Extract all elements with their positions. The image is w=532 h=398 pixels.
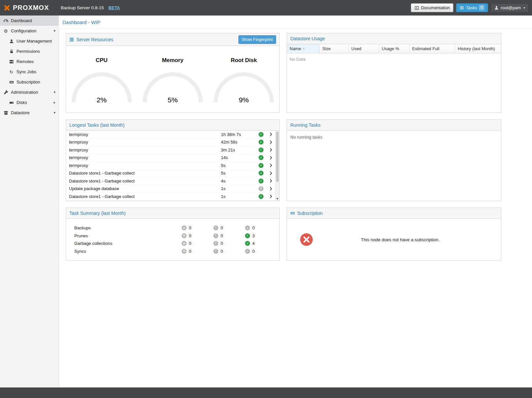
subscription-panel: Subscription This node does not have a s… bbox=[287, 208, 501, 261]
error-count-cell: 0 bbox=[182, 233, 213, 238]
tasks-count-badge: 0 bbox=[479, 5, 484, 11]
task-summary-row: Backups 0 0 bbox=[66, 224, 279, 232]
gauges-row: CPU 2% Me bbox=[66, 46, 279, 105]
task-status-icon bbox=[259, 179, 264, 183]
sidebar-item-label: Administration bbox=[11, 90, 38, 95]
chevron-right-icon[interactable] bbox=[270, 194, 273, 198]
task-list-icon bbox=[460, 6, 464, 10]
task-duration: 5s bbox=[221, 163, 259, 168]
column-header-size[interactable]: Size bbox=[320, 44, 349, 53]
column-header-usage[interactable]: Usage % bbox=[379, 44, 409, 53]
sidebar-item-user-management[interactable]: User Management bbox=[0, 36, 58, 46]
sidebar-item-sync-jobs[interactable]: ↻ Sync Jobs bbox=[0, 67, 58, 77]
warning-circle-icon bbox=[213, 225, 218, 230]
gauge-label: Memory bbox=[137, 57, 208, 64]
chevron-right-icon[interactable] bbox=[270, 171, 273, 175]
task-status-icon bbox=[259, 132, 264, 137]
chevron-down-icon: ▾ bbox=[523, 6, 525, 10]
scrollbar-thumb[interactable] bbox=[276, 132, 279, 182]
warning-count: 0 bbox=[221, 225, 223, 230]
task-duration: 42m 58s bbox=[221, 140, 259, 145]
ok-count-cell: 3 bbox=[245, 233, 277, 238]
task-row[interactable]: Datastore store1 - Garbage collect 5s bbox=[66, 170, 275, 178]
error-count: 0 bbox=[189, 249, 191, 254]
tasks-button[interactable]: Tasks 0 bbox=[456, 3, 488, 12]
task-row[interactable]: termproxy 1h 38m 7s bbox=[66, 131, 275, 139]
task-row[interactable]: Datastore store1 - Garbage collect 4s bbox=[66, 177, 275, 185]
task-status-icon bbox=[259, 163, 264, 168]
column-header-history[interactable]: History (last Month) bbox=[455, 44, 501, 53]
ok-count: 0 bbox=[252, 225, 255, 230]
sidebar-item-label: Datastore bbox=[11, 110, 29, 115]
column-header-used[interactable]: Used bbox=[349, 44, 379, 53]
bottom-bar bbox=[0, 387, 532, 398]
column-header-name[interactable]: Name ↑ bbox=[287, 44, 320, 53]
main-content: Dashboard - WIP Server Resources bbox=[59, 16, 532, 387]
ticket-icon bbox=[9, 80, 14, 84]
chevron-right-icon[interactable] bbox=[270, 187, 273, 191]
column-header-estimated-full[interactable]: Estimated Full bbox=[409, 44, 455, 53]
task-name: termproxy bbox=[69, 132, 221, 137]
datastore-table-header: Name ↑ Size Used Usage % Estimated Full … bbox=[287, 44, 501, 53]
task-row[interactable]: termproxy 14s bbox=[66, 154, 275, 162]
gauge-value: 2% bbox=[70, 96, 133, 104]
task-name: Datastore store1 - Garbage collect bbox=[69, 194, 221, 199]
scroll-down-arrow-icon[interactable] bbox=[276, 198, 278, 200]
error-count: 0 bbox=[189, 233, 191, 238]
chevron-right-icon[interactable] bbox=[270, 132, 273, 136]
chevron-down-icon: ▾ bbox=[53, 90, 55, 94]
product-version: Backup Server 0.8-15 bbox=[61, 5, 104, 10]
sidebar-item-datastore[interactable]: Datastore ▾ bbox=[0, 108, 58, 118]
user-menu-button[interactable]: root@pam ▾ bbox=[491, 3, 529, 12]
sidebar-item-administration[interactable]: Administration ▾ bbox=[0, 87, 58, 97]
resources-icon bbox=[69, 37, 74, 42]
task-name: Datastore store1 - Garbage collect bbox=[69, 179, 221, 183]
panel-title: Task Summary (last Month) bbox=[69, 211, 125, 216]
no-subscription-icon bbox=[300, 233, 313, 246]
user-icon bbox=[494, 6, 499, 10]
sidebar-item-permissions[interactable]: Permissions bbox=[0, 46, 58, 56]
sidebar-item-remotes[interactable]: Remotes bbox=[0, 56, 58, 67]
documentation-label: Documentation bbox=[421, 5, 450, 10]
task-row[interactable]: termproxy 5s bbox=[66, 162, 275, 170]
task-name: termproxy bbox=[69, 148, 221, 152]
gear-icon: ⚙ bbox=[3, 29, 8, 33]
sidebar-item-dashboard[interactable]: Dashboard bbox=[0, 16, 58, 26]
subscription-header: Subscription bbox=[287, 208, 501, 219]
scrollbar[interactable] bbox=[275, 131, 279, 201]
chevron-right-icon[interactable] bbox=[270, 179, 273, 183]
task-status-icon bbox=[259, 194, 264, 199]
panel-title: Subscription bbox=[297, 211, 323, 216]
sidebar-item-configuration[interactable]: ⚙ Configuration ▾ bbox=[0, 26, 58, 36]
longest-tasks-list: termproxy 1h 38m 7s bbox=[66, 131, 279, 201]
gauge: Root Disk 9% bbox=[208, 57, 279, 105]
server-resources-header: Server Resources Show Fingerprint bbox=[66, 33, 279, 46]
empty-text: No Data bbox=[287, 53, 501, 65]
task-row[interactable]: Update package database 1s bbox=[66, 185, 275, 193]
task-name: Update package database bbox=[69, 186, 221, 191]
task-duration: 1s bbox=[221, 194, 259, 199]
sidebar-item-disks[interactable]: Disks ▸ bbox=[0, 97, 58, 108]
sidebar-item-label: User Management bbox=[17, 39, 52, 44]
chevron-right-icon[interactable] bbox=[270, 156, 273, 160]
running-tasks-empty-text: No running tasks bbox=[287, 131, 501, 201]
gauge-value: 5% bbox=[141, 96, 204, 104]
sidebar-item-subscription[interactable]: Subscription bbox=[0, 77, 58, 87]
page-title: Dashboard - WIP bbox=[62, 19, 100, 25]
ok-circle-icon bbox=[245, 225, 250, 230]
task-row[interactable]: Datastore store1 - Garbage collect 1s bbox=[66, 193, 275, 201]
tachometer-icon bbox=[3, 18, 8, 23]
chevron-right-icon[interactable] bbox=[270, 140, 273, 144]
chevron-right-icon[interactable] bbox=[270, 163, 273, 167]
warning-count: 0 bbox=[221, 249, 223, 254]
sidebar: Dashboard ⚙ Configuration ▾ User Managem… bbox=[0, 16, 59, 387]
task-row[interactable]: termproxy 42m 58s bbox=[66, 139, 275, 147]
task-row[interactable]: termproxy 3m 21s bbox=[66, 146, 275, 154]
beta-link[interactable]: BETA bbox=[109, 5, 120, 10]
proxmox-x-icon bbox=[3, 4, 11, 12]
chevron-right-icon[interactable] bbox=[270, 148, 273, 152]
documentation-button[interactable]: Documentation bbox=[411, 3, 453, 12]
show-fingerprint-button[interactable]: Show Fingerprint bbox=[238, 35, 276, 44]
error-circle-icon bbox=[182, 225, 187, 230]
task-duration: 3m 21s bbox=[221, 148, 259, 152]
